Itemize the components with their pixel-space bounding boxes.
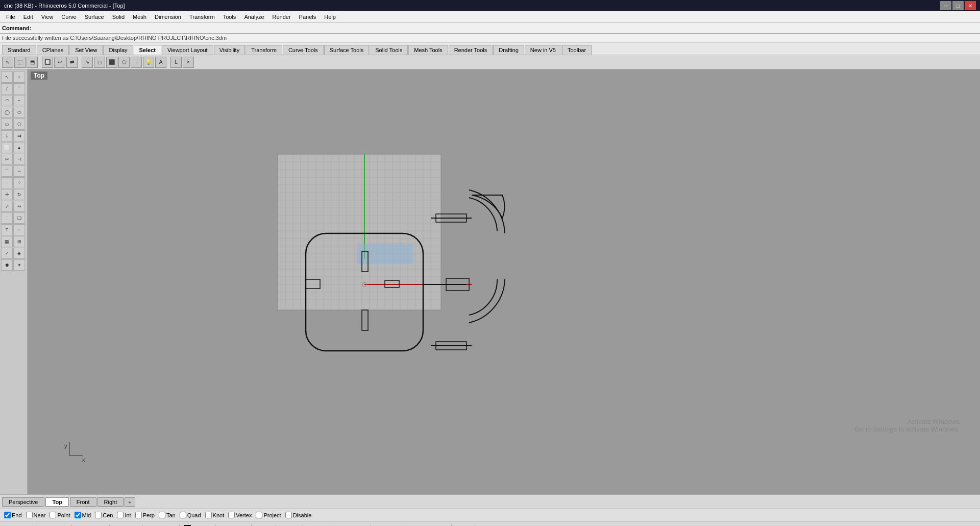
tb-select-last[interactable]: ↩ — [54, 57, 65, 68]
lt-ellipse[interactable]: ⬭ — [13, 107, 25, 118]
tab-drafting[interactable]: Drafting — [493, 45, 524, 55]
menu-curve[interactable]: Curve — [57, 13, 80, 21]
tb-sel-layer[interactable]: L — [170, 57, 182, 68]
tab-transform[interactable]: Transform — [246, 45, 282, 55]
menu-surface[interactable]: Surface — [81, 13, 108, 21]
tb-select-crossing[interactable]: ⬒ — [27, 57, 38, 68]
minimize-button[interactable]: ─ — [940, 1, 951, 10]
snap-end-item[interactable]: End — [4, 512, 22, 518]
tb-sel-surfaces[interactable]: ◻ — [94, 57, 105, 68]
status-record-history[interactable]: Record History — [404, 524, 452, 527]
lt-check[interactable]: ✓ — [1, 248, 13, 259]
snap-mid-checkbox[interactable] — [75, 512, 81, 518]
tb-sel-annotation[interactable]: A — [155, 57, 166, 68]
snap-mid-item[interactable]: Mid — [75, 512, 91, 518]
lt-rect[interactable]: ▭ — [1, 118, 13, 130]
snap-int-item[interactable]: Int — [117, 512, 131, 518]
tb-select-filter[interactable]: 🔲 — [42, 57, 53, 68]
lt-trim[interactable]: ✂ — [1, 154, 13, 165]
tab-select[interactable]: Select — [134, 45, 161, 55]
lt-circle-sel[interactable]: ○ — [13, 71, 25, 83]
snap-project-checkbox[interactable] — [256, 512, 262, 518]
status-planar[interactable]: Planar — [276, 524, 303, 527]
lt-scale[interactable]: ⤢ — [1, 201, 13, 212]
menu-tools[interactable]: Tools — [219, 13, 240, 21]
tab-mesh-tools[interactable]: Mesh Tools — [408, 45, 448, 55]
status-grid-snap[interactable]: Grid Snap — [215, 524, 252, 527]
lt-block[interactable]: ⊞ — [13, 236, 25, 247]
snap-knot-item[interactable]: Knot — [205, 512, 225, 518]
vp-tab-right[interactable]: Right — [97, 497, 124, 507]
tab-cplanes[interactable]: CPlanes — [37, 45, 69, 55]
lt-line[interactable]: / — [1, 83, 13, 94]
vp-tab-add[interactable]: + — [125, 497, 135, 507]
status-osnap[interactable]: Osnap — [303, 524, 331, 527]
snap-disable-checkbox[interactable] — [285, 512, 292, 518]
viewport-area[interactable]: Top — [28, 69, 980, 494]
tab-solid-tools[interactable]: Solid Tools — [370, 45, 408, 55]
menu-render[interactable]: Render — [268, 13, 295, 21]
tab-toolbar[interactable]: Toolbar — [562, 45, 592, 55]
command-input[interactable] — [33, 25, 978, 31]
menu-analyze[interactable]: Analyze — [240, 13, 268, 21]
lt-fillet[interactable]: ⌒ — [1, 165, 13, 177]
tb-select-all[interactable]: ↖ — [2, 57, 13, 68]
tb-sel-solids[interactable]: ⬛ — [106, 57, 117, 68]
tb-desel-all[interactable]: × — [183, 57, 194, 68]
tab-setview[interactable]: Set View — [69, 45, 103, 55]
snap-vertex-checkbox[interactable] — [228, 512, 235, 518]
snap-cen-checkbox[interactable] — [95, 512, 102, 518]
lt-rotate[interactable]: ↻ — [13, 189, 25, 200]
snap-quad-checkbox[interactable] — [180, 512, 186, 518]
lt-freeform[interactable]: ~ — [13, 95, 25, 106]
lt-offset[interactable]: ⇉ — [13, 130, 25, 141]
tab-display[interactable]: Display — [103, 45, 133, 55]
status-gumball[interactable]: Gumball — [371, 524, 404, 527]
status-smart-track[interactable]: SmartTrack — [331, 524, 371, 527]
lt-blend[interactable]: ∽ — [13, 165, 25, 177]
lt-select[interactable]: ↖ — [1, 71, 13, 83]
vp-tab-perspective[interactable]: Perspective — [2, 497, 44, 507]
lt-split[interactable]: ⊣ — [13, 154, 25, 165]
snap-end-checkbox[interactable] — [4, 512, 11, 518]
snap-disable-item[interactable]: Disable — [285, 512, 312, 518]
menu-solid[interactable]: Solid — [108, 13, 129, 21]
lt-group[interactable]: ❏ — [13, 212, 25, 224]
lt-polygon[interactable]: ⬡ — [13, 118, 25, 130]
lt-point[interactable]: · — [1, 177, 13, 188]
snap-tan-checkbox[interactable] — [159, 512, 165, 518]
lt-extra[interactable]: ✦ — [13, 259, 25, 271]
tab-curve-tools[interactable]: Curve Tools — [283, 45, 324, 55]
tab-visibility[interactable]: Visibility — [214, 45, 246, 55]
tb-sel-lights[interactable]: 💡 — [143, 57, 154, 68]
snap-perp-checkbox[interactable] — [135, 512, 142, 518]
menu-view[interactable]: View — [37, 13, 58, 21]
tb-invert-sel[interactable]: ⇄ — [66, 57, 78, 68]
tb-select-window[interactable]: ⬚ — [14, 57, 26, 68]
lt-move[interactable]: ✛ — [1, 189, 13, 200]
lt-arc[interactable]: ◠ — [1, 95, 13, 106]
status-filter[interactable]: Filter — [452, 524, 475, 527]
lt-render[interactable]: ◈ — [13, 248, 25, 259]
lt-polyline[interactable]: ⌒ — [13, 83, 25, 94]
lt-mirror[interactable]: ⇔ — [13, 201, 25, 212]
tb-sel-points[interactable]: · — [131, 57, 142, 68]
snap-point-item[interactable]: Point — [50, 512, 70, 518]
tab-viewport-layout[interactable]: Viewport Layout — [162, 45, 213, 55]
snap-knot-checkbox[interactable] — [205, 512, 212, 518]
lt-record[interactable]: ⏺ — [1, 259, 13, 271]
lt-pointcloud[interactable]: ⁘ — [13, 177, 25, 188]
snap-near-checkbox[interactable] — [26, 512, 33, 518]
close-button[interactable]: ✕ — [965, 1, 976, 10]
menu-file[interactable]: File — [2, 13, 19, 21]
menu-mesh[interactable]: Mesh — [129, 13, 151, 21]
vp-tab-front[interactable]: Front — [70, 497, 96, 507]
lt-text[interactable]: T — [1, 224, 13, 235]
menu-help[interactable]: Help — [320, 13, 340, 21]
snap-project-item[interactable]: Project — [256, 512, 281, 518]
snap-int-checkbox[interactable] — [117, 512, 124, 518]
snap-near-item[interactable]: Near — [26, 512, 46, 518]
snap-vertex-item[interactable]: Vertex — [228, 512, 252, 518]
status-ortho[interactable]: Ortho — [252, 524, 277, 527]
tab-surface-tools[interactable]: Surface Tools — [324, 45, 369, 55]
